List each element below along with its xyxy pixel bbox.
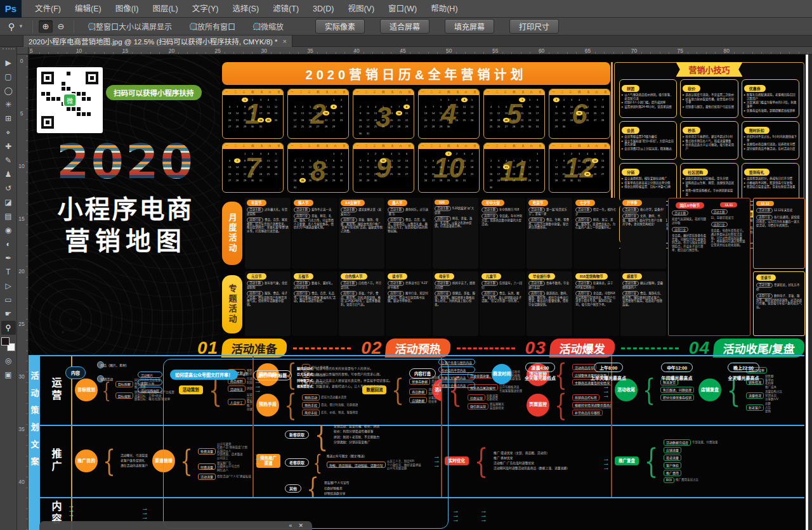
menu-item[interactable]: 图层(L) [145, 0, 185, 18]
zoom-tool-icon[interactable]: ⚲ [5, 21, 18, 32]
timeline-time-pill: 凌晨4:00 [525, 363, 554, 372]
stage-header-band: 01活动准备02活动预热03活动爆发04活动收尾/复盘 [193, 340, 804, 356]
menu-item[interactable]: 选择(S) [225, 0, 266, 18]
calendar-day: 2 [445, 98, 452, 103]
calendar-banner: 2020营销日历&全年营销计划 [222, 62, 610, 85]
tip-bullet: ▸控制参与频次，避免打扰用户引起反感 [683, 105, 735, 109]
exposure-timeline: 凌晨4:00全天曝光最低点上午8:00上半天曝光最高点中午12:00午间曝光最高… [525, 363, 759, 381]
screen-mode-icon[interactable]: ▣ [1, 368, 16, 382]
close-icon[interactable]: ✕ [298, 523, 303, 529]
weekday-label: 五 [521, 145, 524, 148]
tip-text: 会员消费2次以上分层运营，精准触达 [624, 147, 672, 151]
menu-item[interactable]: 滤镜(T) [266, 0, 306, 18]
blur-tool[interactable]: ◉ [1, 223, 16, 237]
document-canvas[interactable]: 微 扫码可以获得小程序扶持 2020 小程序电商 营销地图 2020营销日历&全… [29, 55, 812, 530]
calendar-day-empty [372, 98, 379, 103]
eraser-tool[interactable]: ◪ [1, 195, 16, 209]
content-build-item: 有趣又好玩的内容 [438, 374, 475, 380]
tip-title-pill: 优惠券 [744, 85, 766, 92]
menu-item[interactable]: 窗口(W) [381, 0, 424, 18]
zoom-in-button[interactable]: ⊕ [39, 20, 53, 33]
checkbox-icon[interactable] [190, 23, 197, 30]
foreground-color-swatch[interactable] [1, 337, 10, 346]
event-industry-row: 适用行业美妆、鲜花、礼品、服饰、巧克力等，可设置情人节套餐、恋人专属优惠券，情侣… [294, 214, 336, 229]
calendar-day: 12 [584, 104, 590, 109]
options-button[interactable]: 实际像素 [315, 19, 365, 34]
lasso-tool[interactable]: ◯ [1, 84, 16, 98]
panel-grip-icon[interactable] [3, 48, 15, 52]
calendar-day: 21 [527, 171, 533, 176]
document-tab[interactable]: 2020小程序电商营销地图.jpg @ 12.5% (扫码可以获得小程序扶持, … [23, 36, 292, 47]
calendar-day: 2 [338, 152, 344, 157]
tab-close-icon[interactable]: × [283, 37, 287, 45]
type-tool[interactable]: T [1, 265, 16, 279]
brush-tool[interactable]: ✎ [1, 153, 16, 167]
clone-stamp-tool[interactable]: ♟ [1, 167, 16, 181]
festival-pill: 国庆&中秋节 [676, 202, 704, 209]
quick-mask-icon[interactable]: ◎ [1, 354, 16, 368]
menu-item[interactable]: 3D(D) [306, 0, 341, 18]
theme-label: 活动主题 [388, 207, 404, 212]
hand-tool[interactable]: ☛ [1, 307, 16, 321]
healing-brush-tool[interactable]: ✚ [1, 139, 16, 153]
menu-item[interactable]: 图像(I) [108, 0, 146, 18]
eyedropper-tool[interactable]: ⌖ [1, 126, 16, 139]
history-brush-tool[interactable]: ↺ [1, 181, 16, 195]
calendar-day: 20 [226, 171, 233, 176]
menu-item[interactable]: 文字(Y) [185, 0, 226, 18]
zoom-out-button[interactable]: ⊖ [54, 20, 68, 33]
flow-item: 售后跟进、问题处理 [660, 387, 694, 393]
pen-tool[interactable]: ✒ [1, 251, 16, 265]
options-buttons: 实际像素适合屏幕填充屏幕打印尺寸 [308, 19, 566, 34]
calendar-day: 23 [357, 124, 363, 129]
gradient-tool[interactable]: ▤ [1, 209, 16, 223]
bottom-overlay-bar[interactable]: «✕ [39, 521, 312, 530]
event-pill: 愚人节 [388, 200, 407, 206]
calendar-day: 21 [234, 171, 240, 176]
weekday-label: 四 [251, 145, 254, 148]
dodge-tool[interactable]: ◐ [1, 237, 16, 251]
menu-item[interactable]: 文件(F) [28, 0, 68, 18]
checkbox-icon[interactable] [253, 23, 260, 30]
move-tool[interactable]: ▶ [1, 56, 16, 70]
calendar-day: 8 [242, 104, 248, 109]
marquee-tool[interactable]: ▢ [1, 70, 16, 84]
tool-preset-caret-icon[interactable]: ▼ [18, 23, 23, 29]
menu-item[interactable]: 编辑(E) [68, 0, 108, 18]
options-button[interactable]: 打印尺寸 [509, 19, 559, 34]
stage-dashes [621, 347, 679, 349]
calendar-day: 5 [422, 158, 429, 163]
rewind-icon[interactable]: « [289, 523, 292, 529]
calendar-day: 9 [249, 104, 256, 109]
calendar-weekday-row: 一二三四五六日 [353, 143, 414, 149]
calendar-day: 20 [422, 117, 429, 122]
ruler-number: 30 [18, 374, 25, 380]
weekday-label: 四 [447, 145, 450, 148]
shape-tool[interactable]: ▭ [1, 293, 16, 307]
magic-wand-tool[interactable]: ✳ [1, 98, 16, 112]
options-checkbox[interactable]: 调整窗口大小以满屏显示 [88, 21, 172, 32]
options-button[interactable]: 填充屏幕 [445, 19, 494, 34]
checkbox-icon[interactable] [88, 23, 95, 30]
calendar-day: 1 [331, 98, 337, 103]
calendar-day: 6 [388, 104, 394, 109]
options-checkbox[interactable]: 细微缩放 [253, 21, 284, 32]
menu-item[interactable]: 帮助(H) [424, 0, 464, 18]
calendar-day: 20 [518, 171, 525, 176]
calendar-day: 17 [257, 111, 263, 116]
options-checkbox[interactable]: 缩放所有窗口 [190, 21, 235, 32]
bullet-icon: ▸ [622, 139, 623, 146]
menu-item[interactable]: 视图(V) [341, 0, 381, 18]
calendar-day: 23 [338, 117, 344, 122]
crop-tool[interactable]: ⊞ [1, 112, 16, 126]
divider [32, 20, 33, 33]
flow-item-key: 积分兑换优惠券核销 [660, 394, 694, 401]
color-swatches[interactable] [1, 337, 15, 351]
calendar-day: 12 [273, 158, 279, 163]
event-theme-row: 活动主题世界读书日 “4.23” 好书推荐 [388, 281, 429, 290]
industry-label: 适用行业 [711, 222, 728, 227]
zoom-tool[interactable]: ⚲ [1, 321, 16, 335]
path-select-tool[interactable]: ▷ [1, 279, 16, 293]
options-button[interactable]: 适合屏幕 [380, 19, 429, 34]
calendar-day: 6 [226, 158, 233, 163]
